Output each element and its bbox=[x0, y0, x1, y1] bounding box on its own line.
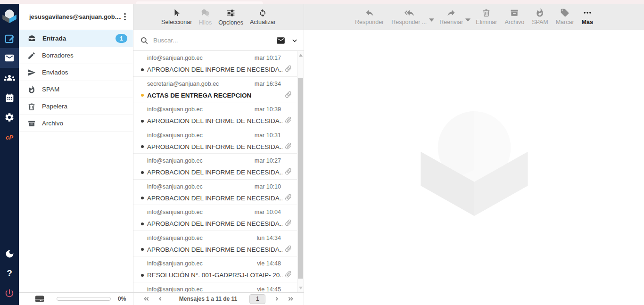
scroll-down-arrow-icon[interactable] bbox=[299, 287, 303, 289]
message-row[interactable]: info@sanjuan.gob.ec mar 10:27 APROBACION… bbox=[133, 154, 297, 180]
cpanel-nav-button[interactable]: cP bbox=[0, 127, 19, 147]
message-date: vie 14:48 bbox=[257, 260, 281, 267]
message-status-dot bbox=[141, 197, 144, 199]
message-subject: APROBACION DEL INFORME DE NECESIDA... bbox=[147, 117, 282, 124]
delete-button[interactable]: Eliminar bbox=[472, 8, 500, 25]
folder-label: Borradores bbox=[42, 52, 74, 59]
message-row[interactable]: info@sanjuan.gob.ec vie 14:45 bbox=[133, 282, 297, 293]
folder-item-inbox[interactable]: Entrada 1 bbox=[19, 30, 133, 47]
roundcube-watermark-logo bbox=[421, 111, 528, 216]
folder-item-archive[interactable]: Archivo bbox=[19, 115, 133, 132]
message-date: vie 14:45 bbox=[257, 286, 281, 293]
dark-mode-button[interactable] bbox=[0, 244, 19, 264]
browser-tab-hint bbox=[136, 1, 263, 4]
message-list: info@sanjuan.gob.ec mar 10:17 APROBACION… bbox=[133, 51, 297, 292]
prev-page-button[interactable] bbox=[154, 296, 167, 302]
reply-all-button[interactable]: Responder ... bbox=[388, 8, 430, 25]
next-page-button[interactable] bbox=[270, 296, 283, 302]
taskmenu: cP ? bbox=[0, 4, 19, 305]
message-sender: info@sanjuan.gob.ec bbox=[147, 286, 203, 293]
message-row[interactable]: info@sanjuan.gob.ec mar 10:39 APROBACION… bbox=[133, 102, 297, 128]
refresh-button[interactable]: Actualizar bbox=[247, 8, 279, 25]
message-status-dot bbox=[141, 68, 144, 71]
search-options-chevron-down-icon[interactable] bbox=[291, 37, 298, 44]
folder-label: Papelera bbox=[42, 103, 67, 110]
message-subject: APROBACION DEL INFORME DE NECESIDA... bbox=[147, 66, 282, 73]
scrollbar-thumb[interactable] bbox=[298, 78, 303, 279]
folder-label: Enviados bbox=[42, 69, 68, 76]
compose-button[interactable] bbox=[0, 28, 19, 48]
folder-label: Entrada bbox=[42, 35, 66, 42]
folders-panel: jesusgavilanes@sanjuan.gob.... Entrada 1… bbox=[19, 4, 133, 305]
reply-button[interactable]: Responder bbox=[352, 8, 387, 25]
message-row[interactable]: secretaria@sanjuan.gob.ec mar 16:34 ACTA… bbox=[133, 77, 297, 103]
settings-nav-button[interactable] bbox=[0, 107, 19, 127]
list-scrollbar[interactable] bbox=[297, 51, 304, 292]
flame-icon bbox=[535, 8, 545, 17]
trash-icon bbox=[482, 8, 491, 17]
message-row[interactable]: info@sanjuan.gob.ec lun 14:34 APROBACION… bbox=[133, 231, 297, 257]
paperclip-icon bbox=[284, 270, 292, 280]
options-button[interactable]: Opciones bbox=[215, 8, 247, 26]
message-date: mar 10:31 bbox=[255, 132, 281, 139]
paperclip-icon bbox=[284, 167, 292, 177]
mark-button[interactable]: Marcar bbox=[553, 8, 578, 25]
message-date: mar 16:34 bbox=[255, 81, 281, 87]
folder-label: Archivo bbox=[42, 120, 63, 127]
forward-button[interactable]: Reenviar bbox=[436, 8, 466, 25]
message-row[interactable]: info@sanjuan.gob.ec mar 10:10 APROBACION… bbox=[133, 180, 297, 206]
sliders-icon bbox=[226, 8, 236, 18]
spam-button[interactable]: SPAM bbox=[528, 8, 552, 25]
message-row[interactable]: info@sanjuan.gob.ec mar 10:04 APROBACION… bbox=[133, 205, 297, 231]
contacts-nav-button[interactable] bbox=[0, 68, 19, 88]
message-status-dot bbox=[141, 248, 144, 251]
reply-all-menu-caret-icon[interactable] bbox=[429, 15, 434, 24]
folder-item-trash[interactable]: Papelera bbox=[19, 98, 133, 115]
account-header[interactable]: jesusgavilanes@sanjuan.gob.... bbox=[19, 4, 133, 30]
storage-disk-icon bbox=[35, 295, 44, 303]
message-subject: APROBACION DEL INFORME DE NECESIDA... bbox=[147, 246, 282, 253]
first-page-button[interactable] bbox=[139, 296, 154, 302]
searchbar bbox=[133, 30, 304, 51]
message-date: mar 10:04 bbox=[255, 209, 281, 215]
message-date: mar 10:27 bbox=[255, 157, 281, 164]
message-subject: APROBACION DEL INFORME DE NECESIDA... bbox=[147, 220, 282, 227]
paper-plane-icon bbox=[27, 68, 36, 77]
last-page-button[interactable] bbox=[283, 296, 298, 302]
account-menu-kebab-icon[interactable] bbox=[121, 12, 129, 22]
message-status-dot bbox=[141, 94, 144, 97]
quota-footer: 0% bbox=[19, 292, 133, 305]
page-number-input[interactable]: 1 bbox=[249, 294, 265, 304]
select-button[interactable]: Seleccionar bbox=[158, 8, 195, 25]
calendar-nav-button[interactable] bbox=[0, 88, 19, 107]
message-row[interactable]: info@sanjuan.gob.ec mar 10:31 APROBACION… bbox=[133, 128, 297, 154]
messages-wrap: info@sanjuan.gob.ec mar 10:17 APROBACION… bbox=[133, 51, 304, 292]
message-row[interactable]: info@sanjuan.gob.ec vie 14:48 RESOLUCIÓN… bbox=[133, 256, 297, 282]
message-sender: info@sanjuan.gob.ec bbox=[147, 132, 203, 139]
message-date: lun 14:34 bbox=[257, 235, 281, 241]
archive-button[interactable]: Archivo bbox=[501, 8, 528, 25]
search-scope-mail-icon[interactable] bbox=[276, 36, 286, 45]
browser-top-strip bbox=[0, 0, 644, 4]
message-status-dot bbox=[141, 274, 144, 277]
refresh-icon bbox=[258, 8, 267, 17]
paperclip-icon bbox=[284, 116, 292, 126]
help-button[interactable]: ? bbox=[0, 264, 19, 283]
more-button[interactable]: Más bbox=[578, 8, 596, 25]
threads-button[interactable]: Hilos bbox=[195, 8, 215, 26]
folder-item-spam[interactable]: SPAM bbox=[19, 81, 133, 98]
message-row[interactable]: info@sanjuan.gob.ec mar 10:17 APROBACION… bbox=[133, 51, 297, 77]
folder-item-sent[interactable]: Enviados bbox=[19, 64, 133, 81]
message-subject: RESOLUCIÓN N°. 001-GADPRSJ-LOTAIP- 20... bbox=[147, 272, 282, 279]
logout-button[interactable] bbox=[0, 283, 19, 303]
scroll-up-arrow-icon[interactable] bbox=[299, 54, 303, 57]
forward-menu-caret-icon[interactable] bbox=[465, 15, 471, 24]
message-toolbar: Responder Responder ... Reenviar bbox=[304, 4, 644, 30]
message-subject: APROBACION DEL INFORME DE NECESIDA... bbox=[147, 143, 282, 150]
more-dots-icon bbox=[582, 8, 593, 17]
folder-item-drafts[interactable]: Borradores bbox=[19, 47, 133, 64]
mail-nav-button[interactable] bbox=[0, 48, 19, 68]
cpanel-icon: cP bbox=[6, 134, 13, 141]
paperclip-icon bbox=[284, 91, 292, 100]
search-input[interactable] bbox=[153, 37, 276, 44]
